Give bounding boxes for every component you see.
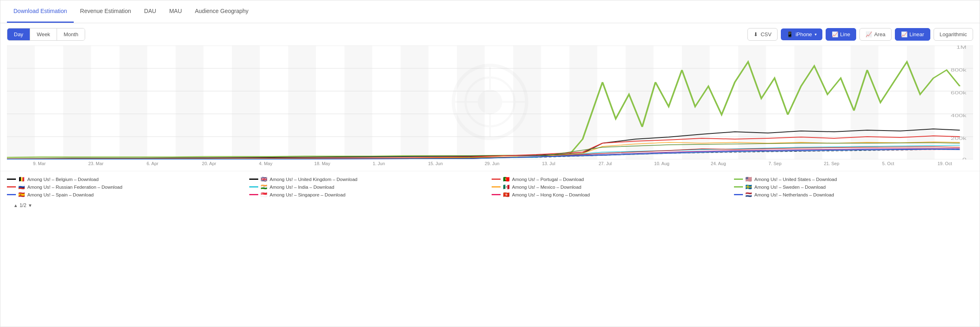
legend-flag: 🇵🇹 [503,176,510,182]
legend-color [492,179,501,180]
legend-color [249,194,258,195]
x-label-10: 27. Jul [577,161,633,166]
x-label-6: 1. Jun [351,161,407,166]
x-label-11: 10. Aug [633,161,690,166]
legend-flag: 🇮🇳 [261,184,267,190]
svg-text:600k: 600k [951,90,967,95]
chart-svg-wrapper: 1M 800k 600k 400k 200k 0 [7,46,973,159]
legend-text: Among Us! – Russian Federation – Downloa… [27,185,122,190]
legend-pagination: ▲ 1/2 ▼ [7,201,973,210]
legend-text: Among Us! – Singapore – Download [270,192,345,197]
legend-flag: 🇭🇰 [503,192,510,198]
legend-text: Among Us! – United Kingdom – Download [270,177,357,182]
legend-area: 🇧🇪 Among Us! – Belgium – Download 🇬🇧 Amo… [0,171,980,212]
legend-color [249,179,258,180]
legend-color [492,194,501,195]
legend-grid: 🇧🇪 Among Us! – Belgium – Download 🇬🇧 Amo… [7,176,973,198]
x-label-15: 5. Oct [860,161,916,166]
linear-chart-icon: 📈 [901,31,907,37]
legend-item: 🇧🇪 Among Us! – Belgium – Download [7,176,246,182]
logarithmic-button[interactable]: Logarithmic [934,28,973,41]
download-icon: ⬇ [754,31,758,37]
x-label-4: 4. May [237,161,294,166]
legend-color [249,186,258,187]
legend-flag: 🇸🇬 [261,192,267,198]
legend-text: Among Us! – Portugal – Download [512,177,584,182]
area-chart-icon: 📈 [866,31,872,37]
x-label-0: 9. Mar [11,161,68,166]
chart-area-button[interactable]: 📈 Area [859,28,891,41]
legend-item: 🇷🇺 Among Us! – Russian Federation – Down… [7,184,246,190]
legend-item: 🇬🇧 Among Us! – United Kingdom – Download [249,176,488,182]
csv-label: CSV [760,31,771,37]
legend-flag: 🇪🇸 [18,192,25,198]
csv-button[interactable]: ⬇ CSV [747,28,778,41]
legend-text: Among Us! – United States – Download [754,177,837,182]
legend-text: Among Us! – Belgium – Download [27,177,99,182]
x-label-1: 23. Mar [68,161,124,166]
device-selector-button[interactable]: 📱 iPhone ▾ [781,28,822,40]
tab-audience-geography[interactable]: Audience Geography [189,0,255,23]
area-label: Area [874,31,885,37]
x-label-16: 19. Oct [916,161,973,166]
next-page-button[interactable]: ▼ [28,203,33,208]
legend-item: 🇺🇸 Among Us! – United States – Download [734,176,973,182]
device-label: iPhone [795,31,812,37]
linear-label: Linear [910,31,924,37]
legend-item: 🇳🇱 Among Us! – Netherlands – Download [734,192,973,198]
legend-text: Among Us! – Hong Kong – Download [512,192,590,197]
tab-download-estimation[interactable]: Download Estimation [7,0,74,23]
legend-flag: 🇺🇸 [745,176,752,182]
chart-line-button[interactable]: 📈 Line [826,28,857,41]
legend-text: Among Us! – Netherlands – Download [754,192,834,197]
legend-item: 🇮🇳 Among Us! – India – Download [249,184,488,190]
legend-item: 🇭🇰 Among Us! – Hong Kong – Download [492,192,731,198]
btn-week[interactable]: Week [30,28,57,40]
chart-linear-button[interactable]: 📈 Linear [895,28,930,41]
svg-text:1M: 1M [956,46,967,50]
x-label-5: 18. May [294,161,351,166]
chart-svg: 1M 800k 600k 400k 200k 0 [7,46,973,159]
x-label-14: 21. Sep [803,161,860,166]
toolbar-right: ⬇ CSV 📱 iPhone ▾ 📈 Line 📈 Area 📈 Linear [747,28,973,41]
legend-text: Among Us! – India – Download [270,185,334,190]
x-label-9: 13. Jul [520,161,577,166]
legend-color [734,179,743,180]
x-label-12: 24. Aug [690,161,747,166]
legend-flag: 🇬🇧 [261,176,267,182]
logarithmic-label: Logarithmic [940,31,967,37]
chevron-down-icon: ▾ [815,32,817,37]
legend-flag: 🇸🇪 [745,184,752,190]
legend-flag: 🇧🇪 [18,176,25,182]
legend-item: 🇪🇸 Among Us! – Spain – Download [7,192,246,198]
svg-rect-6 [7,46,973,159]
tab-revenue-estimation[interactable]: Revenue Estimation [74,0,138,23]
line-label: Line [840,31,850,37]
legend-color [734,194,743,195]
legend-color [734,186,743,187]
legend-item: 🇸🇬 Among Us! – Singapore – Download [249,192,488,198]
x-label-13: 7. Sep [747,161,803,166]
svg-text:800k: 800k [951,68,967,72]
btn-month[interactable]: Month [57,28,85,40]
btn-day[interactable]: Day [7,28,30,40]
tab-mau[interactable]: MAU [163,0,188,23]
toolbar: Day Week Month ⬇ CSV 📱 iPhone ▾ 📈 Line 📈… [0,23,980,46]
prev-page-button[interactable]: ▲ [13,203,18,208]
legend-color [7,194,16,195]
tab-dau[interactable]: DAU [138,0,163,23]
x-label-2: 6. Apr [124,161,181,166]
x-label-8: 29. Jun [464,161,521,166]
chart-container: 1M 800k 600k 400k 200k 0 [0,46,980,168]
legend-text: Among Us! – Spain – Download [27,192,94,197]
app-container: Download Estimation Revenue Estimation D… [0,0,980,327]
legend-item: 🇵🇹 Among Us! – Portugal – Download [492,176,731,182]
period-btn-group: Day Week Month [7,28,85,41]
legend-item: 🇸🇪 Among Us! – Sweden – Download [734,184,973,190]
legend-flag: 🇷🇺 [18,184,25,190]
svg-text:0: 0 [962,157,967,159]
line-chart-icon: 📈 [832,31,838,37]
page-indicator: 1/2 [20,203,26,208]
x-label-7: 15. Jun [407,161,464,166]
legend-flag: 🇳🇱 [745,192,752,198]
